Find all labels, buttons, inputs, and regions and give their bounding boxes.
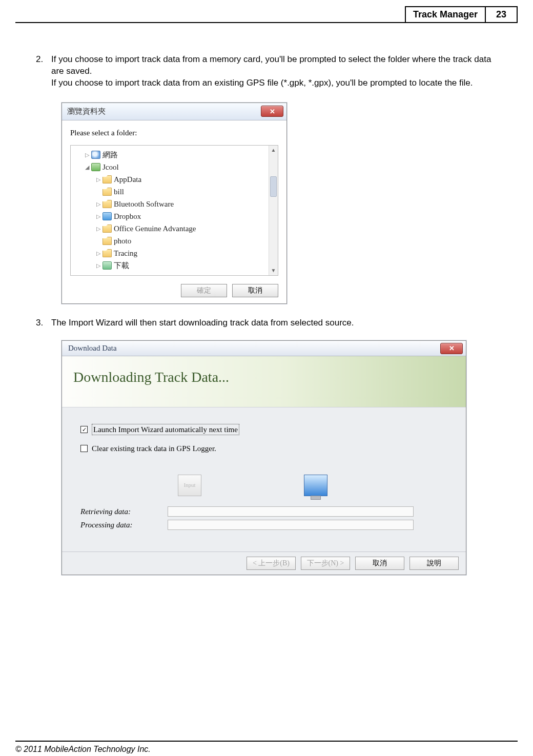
tree-item-label: Tracing	[114, 248, 137, 258]
page-footer: © 2011 MobileAction Technology Inc.	[15, 741, 518, 754]
expand-icon[interactable]: ▷	[95, 225, 101, 233]
tree-item[interactable]: ▷Dropbox	[73, 210, 278, 222]
expand-icon[interactable]: ▷	[95, 213, 101, 220]
close-button[interactable]: ✕	[261, 106, 283, 117]
checkbox-icon[interactable]	[80, 445, 88, 452]
folder-icon	[102, 224, 112, 233]
retrieving-label: Retrieving data:	[80, 506, 168, 517]
cancel-button[interactable]: 取消	[355, 557, 404, 570]
tree-item[interactable]: ▷Bluetooth Software	[73, 198, 278, 210]
folder-icon	[102, 188, 112, 196]
step-2-line-2: If you choose to import track data from …	[51, 78, 473, 88]
step-3: 3. The Import Wizard will then start dow…	[36, 317, 497, 329]
cancel-button[interactable]: 取消	[232, 284, 278, 297]
header-page-number: 23	[486, 6, 518, 22]
copyright: © 2011 MobileAction Technology Inc.	[15, 745, 151, 753]
checkbox-auto-launch[interactable]: Launch Import Wizard automatically next …	[80, 424, 454, 435]
folder-icon	[102, 200, 112, 208]
browse-folder-dialog: 瀏覽資料夾 ✕ Please select a folder: ▷網路◢Jcoo…	[61, 103, 287, 304]
dialog-banner: Downloading Track Data...	[62, 356, 466, 407]
next-button[interactable]: 下一步(N) >	[301, 557, 350, 570]
dialog-title: 瀏覽資料夾	[67, 106, 261, 116]
folder-select-label: Please select a folder:	[70, 128, 278, 138]
tree-item-label: photo	[114, 236, 131, 246]
expand-icon[interactable]: ▷	[95, 200, 101, 208]
tree-item[interactable]: ▷下載	[73, 259, 278, 272]
step-2: 2. If you choose to import track data fr…	[36, 54, 497, 89]
tree-item-label: AppData	[114, 174, 141, 185]
dl-icon	[102, 261, 112, 270]
close-icon: ✕	[449, 344, 455, 353]
tree-item[interactable]: photo	[73, 235, 278, 247]
tree-item-label: Office Genuine Advantage	[114, 223, 196, 234]
retrieving-row: Retrieving data:	[80, 506, 454, 517]
close-icon: ✕	[270, 107, 275, 116]
help-button[interactable]: 說明	[409, 557, 459, 570]
expand-icon[interactable]: ▷	[95, 262, 101, 270]
checkbox-label: Clear existing track data in GPS Logger.	[92, 443, 216, 454]
dialog-titlebar[interactable]: 瀏覽資料夾 ✕	[62, 103, 286, 120]
folder-tree[interactable]: ▷網路◢Jcool▷AppDatabill▷Bluetooth Software…	[70, 145, 278, 276]
step-3-line-1: The Import Wizard will then start downlo…	[51, 318, 354, 328]
tree-item[interactable]: ◢Jcool	[73, 161, 278, 173]
checkbox-clear-data[interactable]: Clear existing track data in GPS Logger.	[80, 443, 454, 454]
step-number: 3.	[36, 317, 51, 329]
expand-icon[interactable]: ◢	[84, 164, 90, 171]
tree-item[interactable]: ▷Tracing	[73, 247, 278, 259]
checkbox-icon[interactable]	[80, 426, 88, 433]
scroll-up-button[interactable]: ▲	[269, 146, 278, 155]
tree-item-label: bill	[114, 187, 124, 197]
tree-item-label: 下載	[114, 260, 129, 271]
dialog-titlebar[interactable]: Download Data ✕	[62, 341, 466, 356]
download-data-dialog: Download Data ✕ Downloading Track Data..…	[61, 340, 466, 575]
processing-label: Processing data:	[80, 520, 168, 530]
close-button[interactable]: ✕	[440, 343, 463, 354]
tree-item[interactable]: ▷網路	[73, 149, 278, 161]
folder-icon	[102, 175, 112, 183]
net-icon	[91, 151, 100, 159]
page-header: Track Manager 23	[15, 6, 518, 23]
device-source-icon: Input	[178, 475, 201, 496]
scroll-down-button[interactable]: ▼	[269, 266, 278, 275]
back-button[interactable]: < 上一步(B)	[247, 557, 296, 570]
tree-item-label: Jcool	[102, 162, 119, 172]
folder-icon	[102, 237, 112, 245]
transfer-graphic: Input	[178, 475, 454, 496]
tree-item-label: Dropbox	[114, 211, 141, 221]
expand-icon[interactable]: ▷	[95, 250, 101, 257]
checkbox-label: Launch Import Wizard automatically next …	[92, 424, 239, 435]
scrollbar[interactable]: ▲ ▼	[269, 146, 278, 275]
dropbox-icon	[102, 212, 112, 220]
retrieving-progress	[168, 506, 414, 517]
tree-item[interactable]: bill	[73, 186, 278, 198]
expand-icon[interactable]: ▷	[84, 151, 90, 159]
step-number: 2.	[36, 54, 51, 89]
processing-row: Processing data:	[80, 520, 454, 530]
ok-button[interactable]: 確定	[181, 284, 227, 297]
tree-item[interactable]: ▷Office Genuine Advantage	[73, 222, 278, 235]
expand-icon[interactable]: ▷	[95, 176, 101, 183]
tree-item-label: 網路	[102, 150, 118, 160]
processing-progress	[168, 520, 414, 530]
folder-icon	[102, 249, 112, 257]
tree-item[interactable]: ▷AppData	[73, 173, 278, 186]
dialog-title: Download Data	[68, 343, 440, 353]
user-icon	[91, 163, 100, 171]
step-2-line-1: If you choose to import track data from …	[51, 54, 491, 76]
header-title: Track Manager	[405, 6, 486, 22]
tree-item-label: Bluetooth Software	[114, 199, 174, 209]
scroll-thumb[interactable]	[270, 176, 277, 197]
device-target-icon	[304, 475, 327, 496]
